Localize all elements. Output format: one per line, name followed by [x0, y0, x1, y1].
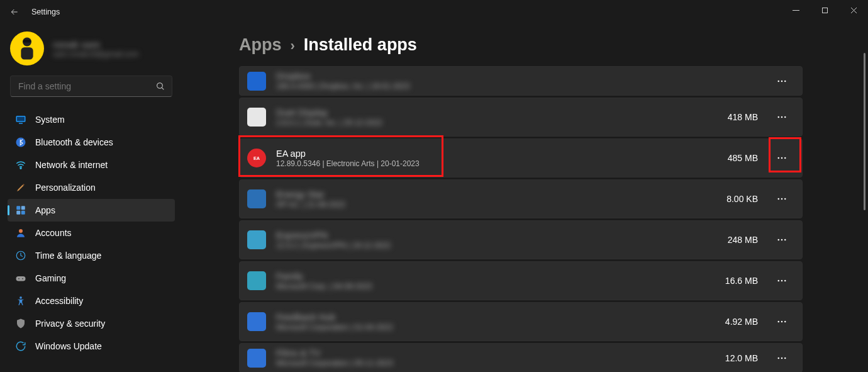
svg-point-35: [781, 239, 783, 241]
svg-point-33: [784, 198, 786, 200]
profile-block[interactable]: ronak sam sam.ronak16@gmail.com: [8, 26, 175, 76]
svg-point-45: [784, 357, 786, 359]
scrollbar[interactable]: [864, 53, 865, 210]
back-button[interactable]: [4, 1, 25, 23]
sidebar-item-label: Accessibility: [35, 296, 83, 306]
svg-point-25: [784, 116, 786, 118]
search-icon: [155, 81, 165, 94]
svg-point-4: [157, 83, 163, 89]
close-button[interactable]: [839, 0, 868, 20]
sidebar-item-apps[interactable]: Apps: [8, 199, 175, 222]
app-row[interactable]: EAEA app12.89.0.5346 | Electronic Arts |…: [239, 138, 803, 178]
app-name: Feedback Hub: [276, 312, 715, 322]
app-size: 485 MB: [728, 153, 758, 163]
update-icon: [15, 341, 26, 352]
svg-point-23: [777, 116, 779, 118]
app-meta: 12.0.2 | ExpressVPN | 19-12-2022: [276, 241, 718, 250]
sidebar-item-label: Accounts: [35, 228, 72, 238]
app-row[interactable]: Feedback HubMicrosoft Corporation | 01-0…: [239, 302, 803, 341]
svg-point-36: [784, 239, 786, 241]
app-name: Family: [276, 271, 715, 281]
sidebar-item-network[interactable]: Network & internet: [8, 154, 175, 176]
sidebar-item-bluetooth[interactable]: Bluetooth & devices: [8, 131, 175, 154]
sidebar-item-accessibility[interactable]: Accessibility: [8, 290, 175, 312]
app-row[interactable]: Dropbox165.4.4300 | Dropbox, Inc. | 18-0…: [239, 66, 803, 96]
svg-point-38: [781, 280, 783, 282]
nav: System Bluetooth & devices Network & int…: [8, 108, 175, 358]
svg-point-30: [784, 157, 786, 159]
sidebar-item-windows-update[interactable]: Windows Update: [8, 335, 175, 358]
sidebar-item-gaming[interactable]: Gaming: [8, 267, 175, 290]
gamepad-icon: [15, 273, 26, 284]
search-box[interactable]: [10, 76, 172, 97]
app-size: 16.6 MB: [725, 276, 758, 286]
svg-point-42: [784, 321, 786, 323]
app-size: 418 MB: [728, 112, 758, 122]
app-info: EA app12.89.0.5346 | Electronic Arts | 2…: [276, 149, 718, 168]
more-options-button[interactable]: [773, 149, 791, 167]
app-row[interactable]: FamilyMicrosoft Corp. | 04-09-202316.6 M…: [239, 261, 803, 300]
app-info: Duet Display2.6.0.1 | Duet, Inc. | 25-12…: [276, 108, 718, 127]
app-icon: [247, 312, 266, 331]
svg-point-21: [781, 80, 783, 82]
more-options-button[interactable]: [773, 72, 791, 90]
more-options-button[interactable]: [773, 349, 791, 367]
chevron-right-icon: ›: [291, 38, 295, 54]
app-meta: Microsoft Corp. | 04-09-2023: [276, 282, 715, 291]
sidebar-item-label: Time & language: [35, 251, 101, 261]
breadcrumb-parent[interactable]: Apps: [239, 35, 282, 55]
svg-rect-16: [16, 276, 26, 281]
sidebar: ronak sam sam.ronak16@gmail.com System B…: [0, 24, 182, 372]
more-options-button[interactable]: [773, 108, 791, 126]
maximize-button[interactable]: [810, 0, 839, 20]
app-info: FamilyMicrosoft Corp. | 04-09-2023: [276, 271, 715, 291]
svg-point-20: [777, 80, 779, 82]
sidebar-item-label: Bluetooth & devices: [35, 137, 113, 147]
svg-point-31: [777, 198, 779, 200]
accessibility-icon: [15, 295, 26, 307]
app-meta: Microsoft Corporation | 05-11-2023: [276, 359, 715, 368]
app-name: Dropbox: [276, 71, 748, 81]
app-size: 8.00 KB: [726, 194, 758, 204]
svg-point-24: [781, 116, 783, 118]
app-icon: [247, 271, 266, 290]
app-name: Duet Display: [276, 108, 718, 118]
more-options-button[interactable]: [773, 190, 791, 208]
sidebar-item-personalization[interactable]: Personalization: [8, 176, 175, 199]
search-input[interactable]: [18, 81, 149, 91]
sidebar-item-privacy[interactable]: Privacy & security: [8, 312, 175, 335]
svg-point-29: [781, 157, 783, 159]
app-name: EA app: [276, 149, 718, 159]
app-name: ExpressVPN: [276, 230, 718, 240]
more-options-button[interactable]: [773, 231, 791, 249]
avatar: [10, 31, 44, 65]
bluetooth-icon: [15, 137, 26, 148]
app-row[interactable]: Duet Display2.6.0.1 | Duet, Inc. | 25-12…: [239, 98, 803, 137]
app-list: Dropbox165.4.4300 | Dropbox, Inc. | 18-0…: [239, 66, 803, 372]
svg-point-34: [777, 239, 779, 241]
minimize-button[interactable]: [781, 0, 810, 20]
svg-point-28: [777, 157, 779, 159]
svg-point-32: [781, 198, 783, 200]
app-info: ExpressVPN12.0.2 | ExpressVPN | 19-12-20…: [276, 230, 718, 250]
app-row[interactable]: ExpressVPN12.0.2 | ExpressVPN | 19-12-20…: [239, 220, 803, 259]
app-info: Feedback HubMicrosoft Corporation | 01-0…: [276, 312, 715, 332]
apps-icon: [15, 205, 26, 216]
sidebar-item-accounts[interactable]: Accounts: [8, 222, 175, 244]
app-meta: 165.4.4300 | Dropbox, Inc. | 18-01-2023: [276, 82, 748, 91]
sidebar-item-system[interactable]: System: [8, 108, 175, 131]
svg-point-37: [777, 280, 779, 282]
sidebar-item-label: Windows Update: [35, 341, 102, 351]
svg-rect-7: [19, 123, 23, 124]
svg-point-8: [16, 138, 26, 147]
svg-rect-10: [16, 206, 20, 210]
svg-rect-3: [23, 40, 31, 42]
app-row[interactable]: Films & TVMicrosoft Corporation | 05-11-…: [239, 343, 803, 372]
more-options-button[interactable]: [773, 313, 791, 330]
app-row[interactable]: Energy StarHP Inc. | 21-08-20228.00 KB: [239, 179, 803, 218]
sidebar-item-label: Gaming: [35, 273, 66, 283]
sidebar-item-time-language[interactable]: Time & language: [8, 244, 175, 267]
app-meta: Microsoft Corporation | 01-04-2022: [276, 323, 715, 332]
more-options-button[interactable]: [773, 272, 791, 290]
app-name: Energy Star: [276, 189, 716, 200]
